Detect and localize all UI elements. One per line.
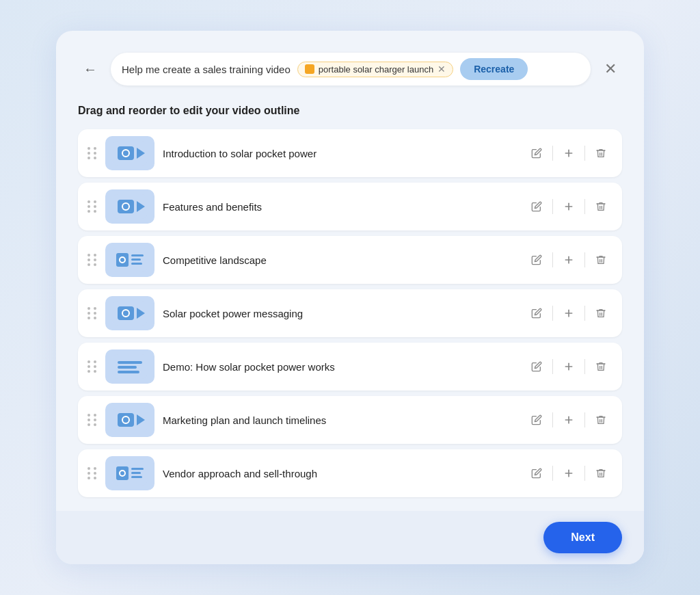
item-label: Solar pocket power messaging	[163, 308, 517, 319]
add-button[interactable]	[557, 195, 580, 218]
main-modal: ← Help me create a sales training video …	[56, 31, 644, 564]
item-label: Introduction to solar pocket power	[163, 148, 517, 159]
item-label: Features and benefits	[163, 201, 517, 213]
list-item: Marketing plan and launch timelines	[78, 396, 622, 444]
svg-rect-28	[118, 366, 137, 369]
item-label: Vendor approach and sell-through	[163, 468, 517, 479]
svg-rect-43	[131, 476, 142, 478]
add-button[interactable]	[557, 462, 580, 485]
delete-button[interactable]	[589, 248, 612, 272]
drag-handle[interactable]	[88, 254, 97, 266]
divider	[552, 199, 553, 214]
svg-rect-7	[118, 200, 134, 213]
drag-handle[interactable]	[88, 147, 97, 159]
outline-list: Introduction to solar pocket power Featu…	[78, 129, 622, 497]
thumb-icon	[105, 189, 154, 224]
divider	[552, 146, 553, 161]
subtitle: Drag and reorder to edit your video outl…	[78, 105, 622, 117]
svg-rect-27	[118, 361, 142, 364]
tag-pill: portable solar charger launch ✕	[297, 62, 453, 77]
svg-rect-21	[118, 306, 134, 320]
edit-button[interactable]	[525, 142, 548, 165]
item-label: Competitive landscape	[163, 254, 517, 266]
tag-label: portable solar charger launch	[319, 64, 433, 75]
thumb-icon	[105, 243, 154, 277]
divider	[584, 359, 585, 374]
svg-rect-29	[118, 371, 139, 373]
edit-button[interactable]	[525, 408, 548, 432]
svg-rect-41	[131, 468, 144, 470]
svg-rect-16	[131, 259, 141, 261]
svg-rect-13	[116, 253, 129, 267]
delete-button[interactable]	[589, 408, 612, 432]
divider	[552, 412, 553, 427]
divider	[552, 359, 553, 374]
edit-button[interactable]	[525, 302, 548, 325]
footer: Next	[56, 511, 644, 564]
svg-rect-39	[116, 466, 129, 480]
edit-button[interactable]	[525, 248, 548, 272]
close-button[interactable]: ✕	[599, 57, 622, 81]
delete-button[interactable]	[589, 142, 612, 165]
item-actions	[525, 142, 612, 165]
add-button[interactable]	[557, 408, 580, 432]
thumb-icon	[105, 296, 154, 330]
delete-button[interactable]	[589, 195, 612, 218]
add-button[interactable]	[557, 302, 580, 325]
search-text: Help me create a sales training video	[122, 64, 291, 75]
drag-handle[interactable]	[88, 200, 97, 213]
next-button[interactable]: Next	[543, 522, 622, 553]
divider	[584, 466, 585, 481]
header: ← Help me create a sales training video …	[78, 53, 622, 85]
list-item: Features and benefits	[78, 183, 622, 230]
item-actions	[525, 408, 612, 432]
svg-rect-15	[131, 254, 144, 256]
divider	[584, 146, 585, 161]
search-bar: Help me create a sales training video po…	[111, 53, 591, 85]
divider	[552, 252, 553, 267]
edit-button[interactable]	[525, 462, 548, 485]
item-actions	[525, 462, 612, 485]
drag-handle[interactable]	[88, 414, 97, 426]
tag-close-button[interactable]: ✕	[438, 64, 446, 74]
add-button[interactable]	[557, 355, 580, 378]
thumb-icon	[105, 349, 154, 384]
recreate-button[interactable]: Recreate	[460, 58, 528, 80]
thumb-icon	[105, 136, 154, 170]
drag-handle[interactable]	[88, 467, 97, 479]
divider	[552, 466, 553, 481]
back-button[interactable]: ←	[78, 59, 103, 80]
divider	[552, 306, 553, 321]
edit-button[interactable]	[525, 355, 548, 378]
delete-button[interactable]	[589, 462, 612, 485]
divider	[584, 306, 585, 321]
svg-rect-1	[118, 146, 134, 160]
list-item: Introduction to solar pocket power	[78, 129, 622, 177]
list-item: Solar pocket power messaging	[78, 289, 622, 337]
add-button[interactable]	[557, 142, 580, 165]
thumb-icon	[105, 403, 154, 437]
drag-handle[interactable]	[88, 360, 97, 373]
svg-rect-42	[131, 472, 141, 474]
item-label: Demo: How solar pocket power works	[163, 361, 517, 373]
item-actions	[525, 355, 612, 378]
divider	[584, 252, 585, 267]
edit-button[interactable]	[525, 195, 548, 218]
tag-icon	[305, 64, 314, 74]
item-actions	[525, 302, 612, 325]
divider	[584, 412, 585, 427]
thumb-icon	[105, 456, 154, 490]
delete-button[interactable]	[589, 355, 612, 378]
drag-handle[interactable]	[88, 307, 97, 319]
list-item: Competitive landscape	[78, 236, 622, 284]
list-item: Demo: How solar pocket power works	[78, 343, 622, 391]
svg-rect-33	[118, 413, 134, 427]
item-actions	[525, 195, 612, 218]
divider	[584, 199, 585, 214]
add-button[interactable]	[557, 248, 580, 272]
item-label: Marketing plan and launch timelines	[163, 414, 517, 426]
svg-rect-17	[131, 263, 142, 265]
list-item: Vendor approach and sell-through	[78, 449, 622, 497]
item-actions	[525, 248, 612, 272]
delete-button[interactable]	[589, 302, 612, 325]
